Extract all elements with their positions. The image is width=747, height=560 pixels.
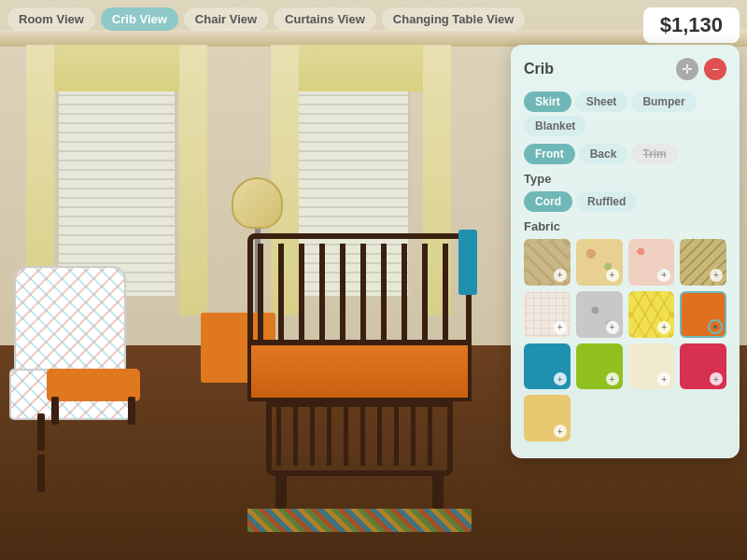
fabric-grid: + + + + + + + ● + + + + + bbox=[524, 239, 726, 441]
type-tab-group: Cord Ruffled bbox=[524, 191, 726, 212]
fabric-swatch-1[interactable]: + bbox=[524, 239, 571, 286]
tab-sheet[interactable]: Sheet bbox=[575, 91, 628, 112]
fabric-label: Fabric bbox=[524, 219, 726, 233]
panel-title: Crib bbox=[524, 61, 554, 77]
fabric-swatch-13[interactable]: + bbox=[524, 395, 571, 441]
fabric-swatch-4[interactable]: + bbox=[680, 239, 726, 286]
fabric-swatch-9[interactable]: + bbox=[524, 343, 571, 390]
part-tab-group: Skirt Sheet Bumper Blanket bbox=[524, 91, 726, 136]
tab-trim[interactable]: Trim bbox=[631, 144, 677, 164]
tab-blanket[interactable]: Blanket bbox=[524, 116, 586, 136]
fabric-swatch-12[interactable]: + bbox=[680, 343, 726, 390]
window-left bbox=[56, 56, 177, 299]
fabric-swatch-6[interactable]: + bbox=[576, 291, 623, 338]
fabric-swatch-5[interactable]: + bbox=[524, 291, 571, 338]
tab-bumper[interactable]: Bumper bbox=[631, 91, 696, 112]
move-panel-button[interactable]: ✛ bbox=[676, 58, 698, 80]
close-panel-button[interactable]: − bbox=[704, 58, 726, 80]
tab-crib-view[interactable]: Crib View bbox=[101, 7, 178, 31]
tab-curtains-view[interactable]: Curtains View bbox=[274, 7, 376, 31]
tab-back[interactable]: Back bbox=[579, 144, 628, 164]
glider-chair bbox=[14, 266, 126, 378]
tab-room-view[interactable]: Room View bbox=[7, 7, 95, 31]
view-tabs: Room View Crib View Chair View Curtains … bbox=[7, 7, 525, 31]
fabric-swatch-2[interactable]: + bbox=[576, 239, 623, 286]
fabric-swatch-10[interactable]: + bbox=[576, 343, 623, 390]
fabric-swatch-8[interactable]: ● bbox=[680, 291, 726, 338]
fabric-swatch-7[interactable]: + bbox=[628, 291, 675, 338]
tab-changing-table-view[interactable]: Changing Table View bbox=[382, 7, 526, 31]
crib-panel: Crib ✛ − Skirt Sheet Bumper Blanket Fron… bbox=[511, 45, 740, 458]
chair-ottoman bbox=[47, 369, 140, 401]
price-display: $1,130 bbox=[643, 7, 740, 43]
side-tab-group: Front Back Trim bbox=[524, 144, 726, 164]
fabric-swatch-3[interactable]: + bbox=[628, 239, 675, 286]
panel-controls: ✛ − bbox=[676, 58, 726, 80]
tab-chair-view[interactable]: Chair View bbox=[184, 7, 268, 31]
tab-ruffled[interactable]: Ruffled bbox=[576, 191, 637, 212]
crib-furniture bbox=[247, 233, 472, 532]
panel-header: Crib ✛ − bbox=[524, 58, 726, 80]
tab-front[interactable]: Front bbox=[524, 144, 575, 164]
type-label: Type bbox=[524, 172, 726, 186]
fabric-swatch-11[interactable]: + bbox=[628, 343, 675, 390]
curtain-left-inner bbox=[179, 45, 207, 315]
tab-cord[interactable]: Cord bbox=[524, 191, 572, 212]
tab-skirt[interactable]: Skirt bbox=[524, 91, 571, 112]
